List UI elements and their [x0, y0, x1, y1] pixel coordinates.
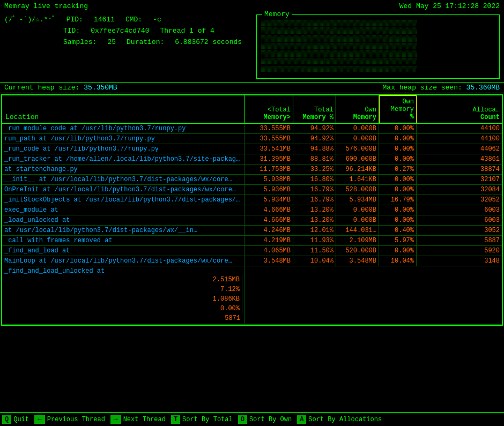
- cell-own-mem: 0.000B: [336, 134, 379, 144]
- cell-total-mem: 11.753MB: [245, 165, 293, 174]
- cell-alloc: 44100: [417, 124, 502, 133]
- table-row[interactable]: OnPreInit at /usr/local/lib/python3.7/di…: [2, 185, 502, 195]
- table-row[interactable]: at /usr/local/lib/python3.7/dist-package…: [2, 226, 502, 236]
- cell-own-pct: 0.00%: [379, 144, 417, 154]
- main-info: (ﾉ゜-´)ﾉ☆.*･ﾟ PID: 14611 CMD: -c TID: 0x7…: [0, 12, 504, 81]
- cell-location: MainLoop at /usr/local/lib/python3.7/dis…: [2, 256, 245, 266]
- cell-alloc: 43861: [417, 154, 502, 164]
- pid-value: 14611: [94, 14, 115, 26]
- memory-table: Location <Total Memory> Total Memory % O…: [1, 94, 503, 326]
- table-row[interactable]: MainLoop at /usr/local/lib/python3.7/dis…: [2, 256, 502, 266]
- cell-own-pct: 0.00%: [379, 185, 417, 195]
- cell-own-mem: 520.000B: [336, 246, 379, 256]
- current-heap-value: 35.350MB: [84, 84, 117, 92]
- process-info: (ﾉ゜-´)ﾉ☆.*･ﾟ PID: 14611 CMD: -c TID: 0x7…: [4, 14, 251, 79]
- col-header-total-pct: Total Memory %: [293, 95, 336, 123]
- table-row[interactable]: run_path at /usr/lib/python3.7/runpy.py …: [2, 134, 502, 144]
- cell-total-pct: 16.80%: [293, 175, 336, 184]
- table-row[interactable]: _run_code at /usr/lib/python3.7/runpy.py…: [2, 144, 502, 154]
- cell-total-pct: 94.92%: [293, 134, 336, 144]
- cell-total-pct: 16.79%: [293, 195, 336, 205]
- cell-total-mem: 5.936MB: [245, 185, 293, 195]
- cell-alloc: 3052: [417, 226, 502, 235]
- cell-own-pct: 0.00%: [379, 134, 417, 144]
- sort-own-label: Sort By Own: [249, 416, 292, 423]
- cell-own-mem: 144.031…: [336, 226, 379, 235]
- prev-thread-btn[interactable]: ←: [34, 415, 45, 424]
- cell-total-mem: 4.219MB: [245, 236, 293, 245]
- cell-own-mem: 600.000B: [336, 154, 379, 164]
- table-row[interactable]: _initStockObjects at /usr/local/lib/pyth…: [2, 195, 502, 205]
- cell-alloc: 5887: [417, 236, 502, 245]
- cell-own-mem: 1.086KB: [4, 294, 242, 304]
- cell-location: _call_with_frames_removed at: [2, 236, 245, 245]
- a-key[interactable]: A: [297, 415, 306, 424]
- cell-own-pct: 0.00%: [4, 304, 242, 313]
- header-bar: Memray live tracking Wed May 25 17:12:28…: [0, 0, 504, 12]
- cell-own-pct: 0.00%: [379, 124, 417, 133]
- col-header-own-mem: Own Memory: [336, 95, 379, 123]
- cell-location: exec_module at: [2, 205, 245, 215]
- table-row[interactable]: _run_tracker at /home/allen/.local/lib/p…: [2, 154, 502, 165]
- cell-location: _load_unlocked at: [2, 215, 245, 225]
- cmd-label: CMD:: [125, 14, 142, 26]
- table-row[interactable]: __init__ at /usr/local/lib/python3.7/dis…: [2, 175, 502, 185]
- cell-total-mem: 33.555MB: [245, 134, 293, 144]
- cell-total-mem: 4.666MB: [245, 215, 293, 225]
- cell-total-pct: 94.92%: [293, 124, 336, 133]
- cell-own-pct: 0.00%: [379, 215, 417, 225]
- cell-own-pct: 10.04%: [379, 256, 417, 266]
- table-row[interactable]: _find_and_load_unlocked at 2.515MB 7.12%…: [2, 266, 502, 325]
- heap-info: Current heap size: 35.350MB Max heap siz…: [0, 82, 504, 93]
- cell-total-mem: 31.395MB: [245, 154, 293, 164]
- cell-location: _initStockObjects at /usr/local/lib/pyth…: [2, 195, 245, 205]
- memory-panel: Memory ░░░░░░░░░░░░░░░░░░░░░░░░░░░░░░░░░…: [256, 14, 500, 79]
- table-row[interactable]: _load_unlocked at 4.666MB 13.20% 0.000B …: [2, 215, 502, 226]
- o-key[interactable]: O: [238, 415, 247, 424]
- cell-own-pct: 0.40%: [379, 226, 417, 235]
- cmd-value: -c: [153, 14, 161, 26]
- cell-own-mem: 0.000B: [336, 124, 379, 133]
- cell-own-pct: 0.00%: [379, 205, 417, 215]
- cell-own-pct: 5.97%: [379, 236, 417, 245]
- t-key[interactable]: T: [171, 415, 180, 424]
- cell-total-mem: 4.666MB: [245, 205, 293, 215]
- cell-location: _find_and_load at: [2, 246, 245, 256]
- cell-location: _find_and_load_unlocked at 2.515MB 7.12%…: [2, 266, 245, 324]
- max-heap-value: 35.360MB: [466, 84, 500, 92]
- cell-alloc: 6003: [417, 205, 502, 215]
- table-row[interactable]: exec_module at 4.666MB 13.20% 0.000B 0.0…: [2, 205, 502, 215]
- table-body: _run_module_code at /usr/lib/python3.7/r…: [2, 124, 502, 325]
- cell-location: __init__ at /usr/local/lib/python3.7/dis…: [2, 175, 245, 184]
- sort-total-label: Sort By Total: [182, 416, 233, 423]
- col-header-own-pct: Own Memory %: [379, 95, 417, 123]
- samples-value: 25: [107, 37, 116, 48]
- cell-location: at /usr/local/lib/python3.7/dist-package…: [2, 226, 245, 235]
- cell-alloc: 5920: [417, 246, 502, 256]
- table-row[interactable]: _call_with_frames_removed at 4.219MB 11.…: [2, 236, 502, 246]
- col-header-alloc: Alloca… Count: [417, 95, 502, 123]
- next-thread-label: Next Thread: [123, 416, 166, 423]
- cell-location: _run_code at /usr/lib/python3.7/runpy.py: [2, 144, 245, 154]
- cell-own-pct: 16.79%: [379, 195, 417, 205]
- table-row[interactable]: at startenchange.py 11.753MB 33.25% 96.2…: [2, 165, 502, 175]
- q-key[interactable]: Q: [2, 415, 11, 424]
- tid-value: 0x7fee7c4cd740: [91, 26, 149, 37]
- cell-own-pct: 0.00%: [379, 246, 417, 256]
- cell-total-mem: 33.541MB: [245, 144, 293, 154]
- cell-alloc: 44100: [417, 134, 502, 144]
- table-row[interactable]: _find_and_load at 4.065MB 11.50% 520.000…: [2, 246, 502, 256]
- pid-label: PID:: [66, 14, 83, 26]
- cell-total-pct: 13.20%: [293, 215, 336, 225]
- next-thread-btn[interactable]: →: [110, 415, 121, 424]
- table-row[interactable]: _run_module_code at /usr/lib/python3.7/r…: [2, 124, 502, 134]
- cell-location: OnPreInit at /usr/local/lib/python3.7/di…: [2, 185, 245, 195]
- thread-info: Thread 1 of 4: [160, 26, 214, 37]
- cell-total-mem: 4.246MB: [245, 226, 293, 235]
- cell-own-mem: 0.000B: [336, 205, 379, 215]
- table-header: Location <Total Memory> Total Memory % O…: [2, 95, 502, 124]
- cell-alloc: 5871: [4, 313, 242, 323]
- duration-value: 6.883672 seconds: [175, 37, 242, 48]
- cell-alloc: 44062: [417, 144, 502, 154]
- cell-own-mem: 528.000B: [336, 185, 379, 195]
